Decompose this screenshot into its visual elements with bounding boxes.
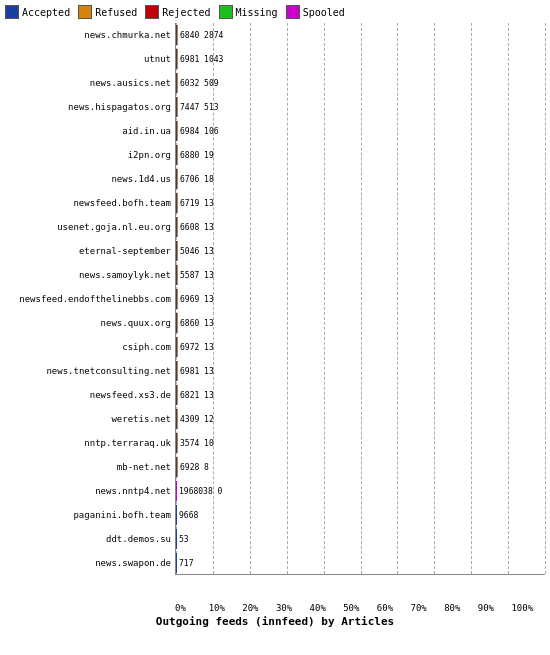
bar-row: 6032 509 xyxy=(176,71,545,95)
bar-row: 6821 13 xyxy=(176,383,545,407)
bar-row: 6860 13 xyxy=(176,311,545,335)
bar-segment-refused xyxy=(177,337,178,357)
x-axis-label: 60% xyxy=(377,603,411,613)
bar-segment-refused xyxy=(177,433,178,453)
legend-item-rejected: Rejected xyxy=(145,5,210,19)
bar-segment-refused xyxy=(177,25,178,45)
y-label: news.chmurka.net xyxy=(5,23,175,47)
bar-value-label: 717 xyxy=(179,559,193,568)
bar-value-label: 6880 19 xyxy=(180,151,214,160)
bar-value-label: 6928 8 xyxy=(180,463,209,472)
y-label: news.tnetconsulting.net xyxy=(5,359,175,383)
bar-row: 6984 106 xyxy=(176,119,545,143)
bar-row: 6608 13 xyxy=(176,215,545,239)
bar-segment-accepted xyxy=(176,505,177,525)
x-axis-label: 40% xyxy=(310,603,344,613)
y-label: nntp.terraraq.uk xyxy=(5,431,175,455)
y-label: news.samoylyk.net xyxy=(5,263,175,287)
y-label: ddt.demos.su xyxy=(5,527,175,551)
bar-value-label: 6608 13 xyxy=(180,223,214,232)
bar-row: 4309 12 xyxy=(176,407,545,431)
bar-segment-refused xyxy=(177,217,178,237)
bar-segment-refused xyxy=(177,385,178,405)
bar-segment-refused xyxy=(177,121,178,141)
bar-row: 717 xyxy=(176,551,545,575)
x-axis-label: 0% xyxy=(175,603,209,613)
bar-row: 6840 2874 xyxy=(176,23,545,47)
y-label: weretis.net xyxy=(5,407,175,431)
y-label: news.1d4.us xyxy=(5,167,175,191)
bar-segment-refused xyxy=(177,457,178,477)
bar-row: 6880 19 xyxy=(176,143,545,167)
bar-segment-refused xyxy=(177,193,178,213)
bar-row: 53 xyxy=(176,527,545,551)
y-label: eternal-september xyxy=(5,239,175,263)
bar-row: 9668 xyxy=(176,503,545,527)
bar-segment-refused xyxy=(177,361,178,381)
bar-value-label: 6969 13 xyxy=(180,295,214,304)
bar-value-label: 6972 13 xyxy=(180,343,214,352)
bar-value-label: 6032 509 xyxy=(180,79,219,88)
bar-value-label: 6860 13 xyxy=(180,319,214,328)
bar-value-label: 6981 1043 xyxy=(180,55,223,64)
bar-segment-refused xyxy=(177,97,178,117)
bar-value-label: 6706 18 xyxy=(180,175,214,184)
bar-value-label: 6719 13 xyxy=(180,199,214,208)
bar-value-label: 6821 13 xyxy=(180,391,214,400)
x-axis-label: 50% xyxy=(343,603,377,613)
bar-row: 6981 13 xyxy=(176,359,545,383)
bars-section: 6840 28746981 10436032 5097447 5136984 1… xyxy=(175,23,545,575)
x-axis-label: 90% xyxy=(478,603,512,613)
bar-segment-refused xyxy=(177,73,178,93)
bar-segment-refused xyxy=(177,49,178,69)
chart-container: AcceptedRefusedRejectedMissingSpooled ne… xyxy=(0,0,550,655)
y-label: paganini.bofh.team xyxy=(5,503,175,527)
bar-value-label: 6984 106 xyxy=(180,127,219,136)
bar-row: 3574 10 xyxy=(176,431,545,455)
y-label: news.quux.org xyxy=(5,311,175,335)
y-label: aid.in.ua xyxy=(5,119,175,143)
bar-segment-refused xyxy=(177,265,178,285)
y-label: newsfeed.bofh.team xyxy=(5,191,175,215)
bar-value-label: 4309 12 xyxy=(180,415,214,424)
y-label: mb-net.net xyxy=(5,455,175,479)
legend-item-refused: Refused xyxy=(78,5,137,19)
bar-row: 6719 13 xyxy=(176,191,545,215)
bar-row: 5046 13 xyxy=(176,239,545,263)
bar-value-label: 1968038 0 xyxy=(179,487,222,496)
y-label: newsfeed.xs3.de xyxy=(5,383,175,407)
bar-value-label: 9668 xyxy=(179,511,198,520)
legend: AcceptedRefusedRejectedMissingSpooled xyxy=(5,5,545,19)
x-axis-label: 100% xyxy=(511,603,545,613)
bar-row: 1968038 0 xyxy=(176,479,545,503)
bar-row: 7447 513 xyxy=(176,95,545,119)
x-axis-label: 20% xyxy=(242,603,276,613)
bar-segment-accepted xyxy=(176,529,177,549)
x-axis-label: 10% xyxy=(209,603,243,613)
bar-value-label: 5587 13 xyxy=(180,271,214,280)
x-axis-label: 30% xyxy=(276,603,310,613)
x-axis-label: 80% xyxy=(444,603,478,613)
y-label: news.nntp4.net xyxy=(5,479,175,503)
bar-row: 5587 13 xyxy=(176,263,545,287)
y-label: news.hispagatos.org xyxy=(5,95,175,119)
bar-value-label: 6840 2874 xyxy=(180,31,223,40)
bar-value-label: 53 xyxy=(179,535,189,544)
bar-segment-refused xyxy=(177,241,178,261)
bar-value-label: 5046 13 xyxy=(180,247,214,256)
bar-segment-refused xyxy=(177,289,178,309)
bar-segment-refused xyxy=(177,313,178,333)
x-axis-label: 70% xyxy=(410,603,444,613)
bar-value-label: 3574 10 xyxy=(180,439,214,448)
bar-segment-refused xyxy=(177,145,178,165)
y-label: utnut xyxy=(5,47,175,71)
bar-value-label: 7447 513 xyxy=(180,103,219,112)
bar-row: 6981 1043 xyxy=(176,47,545,71)
bar-row: 6928 8 xyxy=(176,455,545,479)
y-label: news.ausics.net xyxy=(5,71,175,95)
y-labels: news.chmurka.netutnutnews.ausics.netnews… xyxy=(5,23,175,603)
y-label: i2pn.org xyxy=(5,143,175,167)
y-label: news.swapon.de xyxy=(5,551,175,575)
bar-segment-refused xyxy=(177,169,178,189)
y-label: usenet.goja.nl.eu.org xyxy=(5,215,175,239)
